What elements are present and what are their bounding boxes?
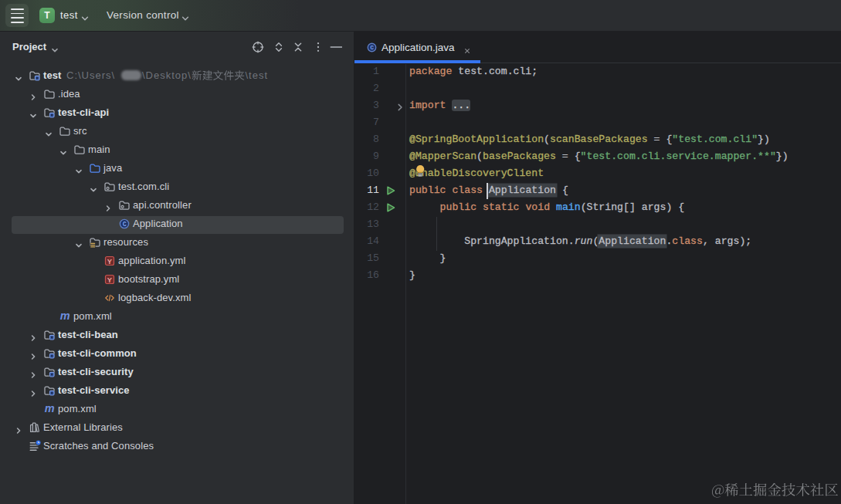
svg-text:C: C: [123, 221, 127, 228]
svg-text:m: m: [45, 403, 55, 414]
svg-text:Y: Y: [107, 257, 113, 266]
svg-text:m: m: [60, 310, 70, 322]
svg-text:C: C: [370, 44, 374, 51]
svg-text:Y: Y: [107, 276, 113, 284]
